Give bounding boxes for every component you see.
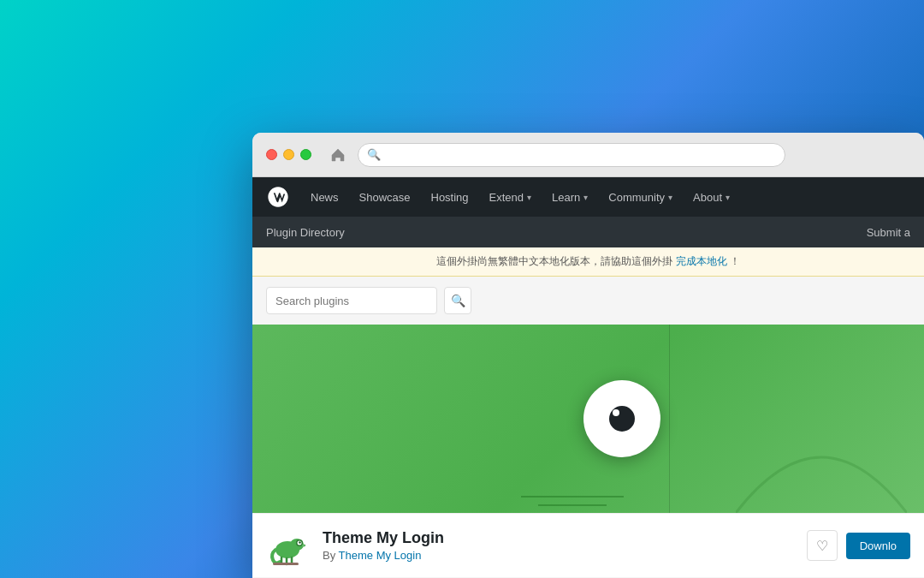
notice-text: 這個外掛尚無繁體中文本地化版本，請協助這個外掛: [436, 255, 672, 267]
nav-item-learn[interactable]: Learn ▾: [542, 177, 598, 217]
svg-rect-8: [273, 563, 299, 565]
plugin-search-input[interactable]: [266, 287, 437, 314]
search-icon: 🔍: [451, 294, 465, 307]
hero-arc: [736, 359, 907, 513]
author-link[interactable]: Theme My Login: [339, 549, 422, 562]
notice-bar: 這個外掛尚無繁體中文本地化版本，請協助這個外掛 完成本地化 ！: [252, 247, 924, 277]
maximize-button[interactable]: [300, 149, 311, 160]
browser-toolbar: 🔍: [252, 133, 924, 177]
plugin-icon: [266, 524, 309, 567]
nav-item-extend[interactable]: Extend ▾: [479, 177, 542, 217]
hero-line-1: [521, 496, 624, 498]
hero-line-2: [538, 504, 607, 506]
chevron-down-icon: ▾: [527, 193, 531, 202]
plugin-actions: ♡ Downlo: [807, 530, 910, 561]
notice-link[interactable]: 完成本地化: [676, 255, 727, 267]
chevron-down-icon: ▾: [668, 193, 672, 202]
wp-nav-items: News Showcase Hosting Extend ▾ Learn ▾ C: [300, 177, 910, 217]
close-button[interactable]: [266, 149, 277, 160]
plugin-dir-bar: Plugin Directory Submit a: [252, 217, 924, 247]
svg-point-10: [305, 545, 305, 545]
wp-navbar: News Showcase Hosting Extend ▾ Learn ▾ C: [252, 177, 924, 217]
submit-action: Submit a: [867, 226, 910, 239]
search-button[interactable]: 🔍: [444, 287, 471, 314]
search-area: 🔍: [252, 277, 924, 325]
plugin-author: By Theme My Login: [323, 549, 793, 562]
home-icon[interactable]: [329, 146, 347, 164]
heart-icon: ♡: [816, 538, 828, 554]
nav-item-community[interactable]: Community ▾: [598, 177, 683, 217]
favorite-button[interactable]: ♡: [807, 530, 838, 561]
hero-divider: [669, 325, 670, 513]
browser-content: News Showcase Hosting Extend ▾ Learn ▾ C: [252, 177, 924, 578]
chevron-down-icon: ▾: [726, 193, 730, 202]
plugin-name: Theme My Login: [323, 529, 793, 547]
author-prefix: By: [323, 549, 335, 562]
plugin-details: Theme My Login By Theme My Login: [323, 529, 793, 562]
download-button[interactable]: Downlo: [846, 533, 910, 559]
wordpress-logo[interactable]: [266, 185, 290, 209]
plugin-info-bar: Theme My Login By Theme My Login ♡ Downl…: [252, 513, 924, 577]
address-bar[interactable]: 🔍: [358, 143, 785, 167]
traffic-lights: [266, 149, 311, 160]
svg-point-4: [299, 541, 300, 543]
search-icon: 🔍: [367, 148, 381, 161]
plugin-dir-label: Plugin Directory: [266, 226, 345, 239]
nav-item-news[interactable]: News: [300, 177, 349, 217]
hero-decorative-lines: [521, 376, 723, 513]
notice-suffix: ！: [730, 255, 740, 267]
nav-item-hosting[interactable]: Hosting: [421, 177, 479, 217]
chevron-down-icon: ▾: [583, 193, 588, 202]
chameleon-svg-icon: [266, 524, 309, 567]
plugin-hero-image: [252, 325, 924, 513]
nav-item-about[interactable]: About ▾: [683, 177, 740, 217]
minimize-button[interactable]: [283, 149, 294, 160]
nav-item-showcase[interactable]: Showcase: [349, 177, 421, 217]
svg-point-9: [302, 545, 305, 547]
browser-window: 🔍 News Showcase Hosting E: [252, 133, 924, 578]
